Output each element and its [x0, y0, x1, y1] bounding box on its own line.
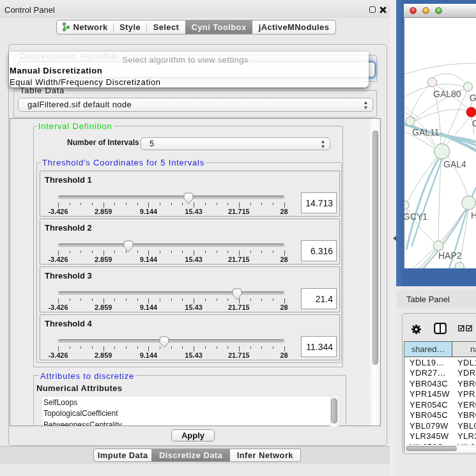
svg-text:C: C [472, 118, 476, 128]
svg-text:GAL4: GAL4 [443, 159, 466, 169]
svg-text:GAL80: GAL80 [433, 89, 461, 99]
svg-text:H: H [471, 210, 476, 220]
svg-text:HAP2: HAP2 [438, 250, 462, 261]
svg-text:GAL11: GAL11 [412, 127, 440, 137]
svg-text:GA: GA [470, 93, 476, 103]
svg-text:GCY1: GCY1 [404, 211, 427, 222]
